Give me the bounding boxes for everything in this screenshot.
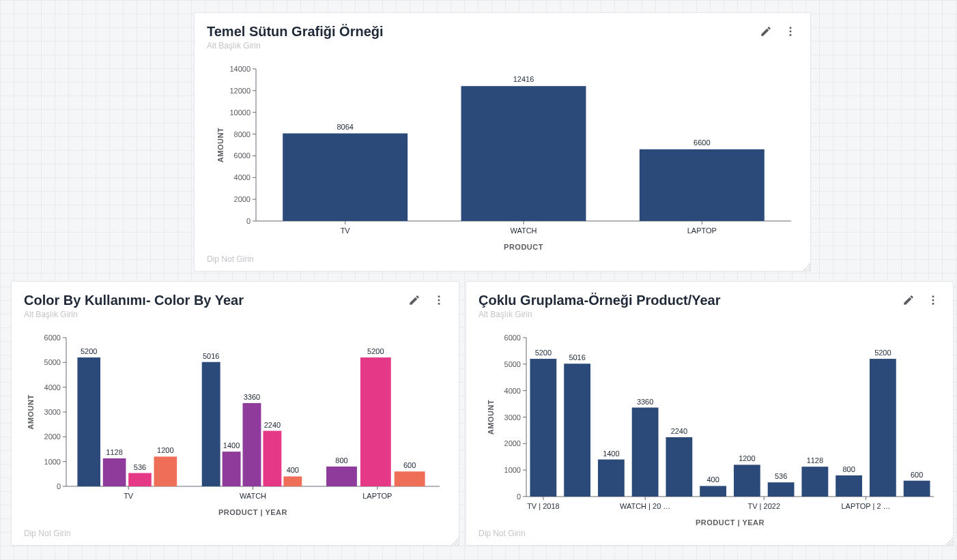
more-vert-icon <box>784 25 797 38</box>
bar-value-label: 8064 <box>337 123 353 131</box>
more-button[interactable] <box>431 293 446 308</box>
bar[interactable] <box>734 465 760 497</box>
bar-value-label: 12416 <box>513 75 534 83</box>
bar[interactable] <box>263 431 281 486</box>
bar[interactable] <box>870 359 896 497</box>
y-axis-label: AMOUNT <box>27 394 35 429</box>
bar[interactable] <box>768 482 795 497</box>
bar-value-label: 536 <box>775 472 787 480</box>
resize-handle[interactable] <box>451 537 459 545</box>
bar[interactable] <box>598 460 625 497</box>
card-header: Çoklu Gruplama-Örneği Product/Year Alt B… <box>466 282 953 319</box>
card-actions <box>901 293 941 308</box>
bar[interactable] <box>283 476 302 486</box>
bar[interactable] <box>461 86 586 221</box>
bar-value-label: 2240 <box>671 427 687 435</box>
bar[interactable] <box>564 364 590 497</box>
edit-button[interactable] <box>901 293 916 308</box>
bar-value-label: 5016 <box>203 352 219 360</box>
pencil-icon <box>760 25 772 38</box>
bar-value-label: 600 <box>911 471 923 479</box>
card-title-block: Çoklu Gruplama-Örneği Product/Year Alt B… <box>478 293 901 319</box>
pencil-icon <box>408 294 420 306</box>
y-tick-label: 5000 <box>504 360 521 368</box>
bar[interactable] <box>326 467 357 486</box>
edit-button[interactable] <box>758 24 773 39</box>
bar[interactable] <box>530 359 556 497</box>
dashboard-canvas: Temel Sütun Grafiği Örneği Alt Başlık Gi… <box>0 0 957 560</box>
y-tick-label: 2000 <box>234 195 251 203</box>
resize-handle[interactable] <box>802 263 810 271</box>
more-vert-icon <box>927 294 939 306</box>
resize-handle[interactable] <box>945 537 953 545</box>
card-subtitle[interactable]: Alt Başlık Girin <box>207 41 758 50</box>
bar[interactable] <box>395 471 425 486</box>
y-tick-label: 8000 <box>234 130 251 138</box>
card-subtitle[interactable]: Alt Başlık Girin <box>478 310 901 319</box>
chart-card-multi-group: Çoklu Gruplama-Örneği Product/Year Alt B… <box>466 281 954 546</box>
bar[interactable] <box>202 362 220 486</box>
x-axis-label: PRODUCT | YEAR <box>218 508 287 516</box>
bar[interactable] <box>103 458 126 486</box>
bar[interactable] <box>640 149 765 221</box>
y-tick-label: 4000 <box>44 383 61 392</box>
category-label: LAPTOP <box>687 226 717 235</box>
chart-plot-area: 02000400060008000100001200014000AMOUNTPR… <box>201 61 805 259</box>
bar-value-label: 1200 <box>739 454 755 462</box>
card-footer[interactable]: Dip Not Girin <box>24 529 71 538</box>
card-title-block: Color By Kullanımı- Color By Year Alt Ba… <box>24 293 407 319</box>
y-tick-label: 12000 <box>229 87 251 95</box>
x-axis-label: PRODUCT | YEAR <box>696 518 765 527</box>
bar[interactable] <box>666 437 692 497</box>
category-label: TV | 2018 <box>527 502 560 510</box>
more-button[interactable] <box>926 293 941 308</box>
bar-value-label: 1200 <box>157 446 173 454</box>
card-title: Temel Sütun Grafiği Örneği <box>207 24 758 40</box>
y-tick-label: 14000 <box>229 65 251 73</box>
category-label: WATCH | 20 … <box>620 502 670 510</box>
bar[interactable] <box>77 357 100 486</box>
bar[interactable] <box>700 486 726 497</box>
card-subtitle[interactable]: Alt Başlık Girin <box>24 310 407 319</box>
bar-value-label: 536 <box>134 463 146 471</box>
bar[interactable] <box>243 403 261 486</box>
chart-card-color-by-year: Color By Kullanımı- Color By Year Alt Ba… <box>11 281 459 546</box>
bar[interactable] <box>632 408 659 497</box>
card-footer[interactable]: Dip Not Girin <box>478 529 526 538</box>
edit-button[interactable] <box>407 293 422 308</box>
y-axis-label: AMOUNT <box>487 400 495 434</box>
bar[interactable] <box>283 134 408 221</box>
card-header: Temel Sütun Grafiği Örneği Alt Başlık Gi… <box>195 13 810 50</box>
bar-value-label: 600 <box>403 461 416 469</box>
y-tick-label: 4000 <box>504 387 521 395</box>
bar-value-label: 1400 <box>223 441 240 450</box>
y-tick-label: 2000 <box>44 432 61 441</box>
bar[interactable] <box>154 456 177 486</box>
bar[interactable] <box>360 357 391 486</box>
pencil-icon <box>902 294 915 306</box>
category-label: TV <box>124 492 134 500</box>
y-tick-label: 10000 <box>229 108 251 117</box>
category-label: TV <box>341 226 351 235</box>
more-vert-icon <box>433 294 445 306</box>
y-tick-label: 1000 <box>44 458 61 466</box>
bar-value-label: 3360 <box>244 393 260 401</box>
card-actions <box>407 293 446 308</box>
y-tick-label: 5000 <box>44 358 61 366</box>
bar[interactable] <box>801 467 828 497</box>
chart-plot-area: 0100020003000400050006000AMOUNTPRODUCT |… <box>18 329 453 534</box>
y-tick-label: 0 <box>517 492 521 501</box>
bar[interactable] <box>835 475 862 497</box>
bar-value-label: 3360 <box>637 398 653 406</box>
svg-point-16 <box>438 295 440 297</box>
chart-card-basic-column: Temel Sütun Grafiği Örneği Alt Başlık Gi… <box>194 12 811 271</box>
bar[interactable] <box>904 481 930 497</box>
card-footer[interactable]: Dip Not Girin <box>207 254 254 264</box>
bar-value-label: 6600 <box>694 138 710 147</box>
y-tick-label: 0 <box>57 482 61 490</box>
category-label: LAPTOP <box>362 492 392 500</box>
bar[interactable] <box>223 452 241 486</box>
bar[interactable] <box>128 473 152 486</box>
y-tick-label: 6000 <box>504 334 521 342</box>
more-button[interactable] <box>783 24 798 39</box>
